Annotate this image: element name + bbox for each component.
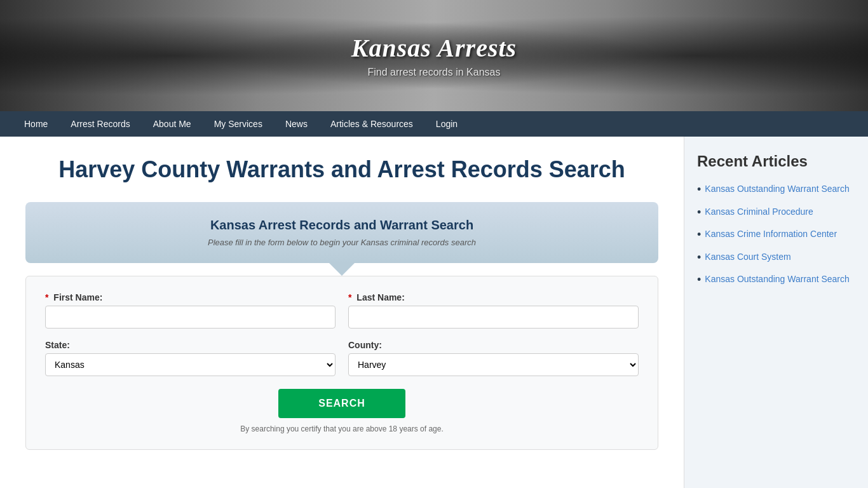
nav-item-articles-&-resources[interactable]: Articles & Resources (319, 111, 424, 137)
first-name-label: * First Name: (45, 292, 336, 302)
county-group: County: HarveyJohnsonSedgwickDouglasShaw… (348, 340, 639, 376)
page-wrapper: Harvey County Warrants and Arrest Record… (0, 137, 868, 488)
site-title: Kansas Arrests (351, 33, 517, 63)
sidebar-article-item: Kansas Outstanding Warrant Search (697, 183, 855, 197)
site-subtitle: Find arrest records in Kansas (351, 67, 517, 78)
nav-item-home[interactable]: Home (13, 111, 59, 137)
sidebar-article-link[interactable]: Kansas Criminal Procedure (705, 206, 813, 217)
required-mark-last: * (348, 292, 351, 302)
first-name-input[interactable] (45, 306, 336, 329)
page-title: Harvey County Warrants and Arrest Record… (25, 156, 658, 183)
search-card-title: Kansas Arrest Records and Warrant Search (44, 218, 639, 233)
county-select[interactable]: HarveyJohnsonSedgwickDouglasShawnee (348, 353, 639, 376)
sidebar-article-link[interactable]: Kansas Outstanding Warrant Search (705, 273, 850, 285)
nav-item-login[interactable]: Login (424, 111, 469, 137)
last-name-group: * Last Name: (348, 292, 639, 329)
search-button[interactable]: SEARCH (278, 389, 405, 418)
site-header: Kansas Arrests Find arrest records in Ka… (0, 0, 868, 111)
location-row: State: KansasMissouriOklahomaNebraskaCol… (45, 340, 639, 376)
first-name-group: * First Name: (45, 292, 336, 329)
sidebar-articles: Kansas Outstanding Warrant SearchKansas … (697, 183, 855, 287)
sidebar-article-link[interactable]: Kansas Court System (705, 251, 790, 262)
card-pointer (329, 263, 355, 276)
sidebar-article-item: Kansas Crime Information Center (697, 228, 855, 242)
last-name-input[interactable] (348, 306, 639, 329)
name-row: * First Name: * Last Name: (45, 292, 639, 329)
form-note: By searching you certify that you are ab… (45, 424, 639, 433)
search-form: * First Name: * Last Name: State: Kansa (25, 276, 658, 450)
nav-item-my-services[interactable]: My Services (203, 111, 274, 137)
state-group: State: KansasMissouriOklahomaNebraskaCol… (45, 340, 336, 376)
state-select[interactable]: KansasMissouriOklahomaNebraskaColorado (45, 353, 336, 376)
required-mark-first: * (45, 292, 48, 302)
main-nav: HomeArrest RecordsAbout MeMy ServicesNew… (0, 111, 868, 137)
sidebar-article-item: Kansas Criminal Procedure (697, 206, 855, 220)
sidebar-title: Recent Articles (697, 152, 855, 170)
county-label: County: (348, 340, 639, 350)
header-content: Kansas Arrests Find arrest records in Ka… (351, 33, 517, 78)
sidebar-article-link[interactable]: Kansas Outstanding Warrant Search (705, 183, 850, 194)
state-label: State: (45, 340, 336, 350)
search-card: Kansas Arrest Records and Warrant Search… (25, 202, 658, 263)
sidebar-article-item: Kansas Outstanding Warrant Search (697, 273, 855, 287)
sidebar-article-item: Kansas Court System (697, 251, 855, 265)
sidebar: Recent Articles Kansas Outstanding Warra… (684, 137, 868, 488)
nav-item-news[interactable]: News (274, 111, 319, 137)
nav-item-arrest-records[interactable]: Arrest Records (59, 111, 141, 137)
last-name-label: * Last Name: (348, 292, 639, 302)
nav-item-about-me[interactable]: About Me (142, 111, 203, 137)
main-content: Harvey County Warrants and Arrest Record… (0, 137, 684, 488)
search-card-subtitle: Please fill in the form below to begin y… (44, 238, 639, 247)
sidebar-article-link[interactable]: Kansas Crime Information Center (705, 228, 837, 240)
